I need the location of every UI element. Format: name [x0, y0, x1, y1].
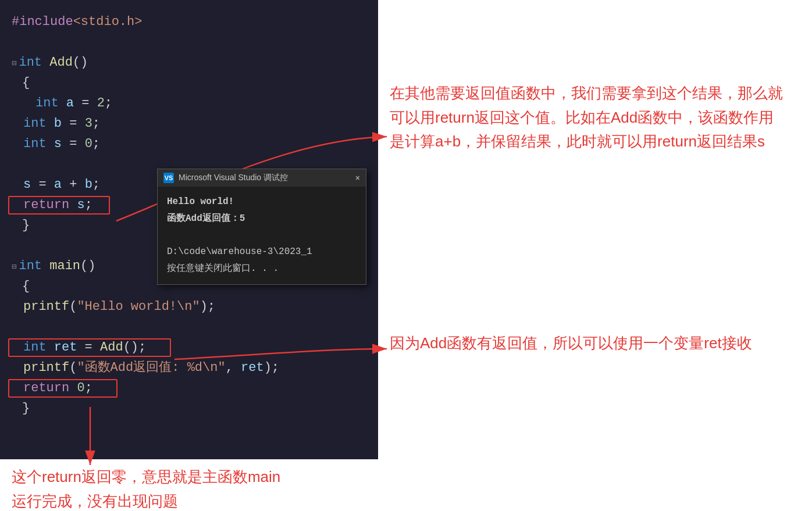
annotation-return-value: 在其他需要返回值函数中，我们需要拿到这个结果，那么就可以用return返回这个值…: [390, 81, 797, 154]
vs-dialog-body: Hello world! 函数Add返回值：5 D:\code\warehous…: [158, 187, 366, 284]
vs-icon: VS: [163, 173, 174, 183]
vs-debug-dialog: VS Microsoft Visual Studio 调试控 × Hello w…: [157, 169, 366, 285]
code-line-blank1: [0, 32, 378, 52]
collapse-icon-main[interactable]: ⊟: [12, 261, 16, 273]
annotation-ret-receive: 因为Add函数有返回值，所以可以使用一个变量ret接收: [390, 331, 797, 356]
kw-int-add: int: [19, 53, 42, 72]
code-line-return0: return 0;: [0, 378, 378, 398]
code-line-main-close: }: [0, 398, 378, 419]
code-line-ret-decl: int ret = Add();: [0, 337, 378, 358]
annotation-right-mid-text: 因为Add函数有返回值，所以可以使用一个变量ret接收: [390, 334, 752, 352]
vs-dialog-close-button[interactable]: ×: [355, 173, 360, 183]
vs-output-line-3: [167, 227, 357, 244]
code-line-add-open: {: [0, 73, 378, 93]
code-line-include: #include<stdio.h>: [0, 12, 378, 32]
vs-output-line-1: Hello world!: [167, 194, 357, 210]
code-line-printf2: printf("函数Add返回值: %d\n", ret);: [0, 358, 378, 378]
include-path: <stdio.h>: [73, 12, 143, 31]
code-line-decl-b: int b = 3;: [0, 113, 378, 134]
annotation-return-zero: 这个return返回零，意思就是主函数main运行完成，没有出现问题: [12, 465, 302, 511]
code-line-blank4: [0, 317, 378, 337]
code-line-add-sig: ⊟int Add(): [0, 52, 378, 73]
vs-output-line-2: 函数Add返回值：5: [167, 210, 357, 227]
keyword-include: #include: [12, 12, 73, 31]
vs-output-line-4: D:\code\warehouse-3\2023_1: [167, 244, 357, 260]
vs-dialog-titlebar: VS Microsoft Visual Studio 调试控 ×: [158, 169, 366, 187]
code-line-decl-a: int a = 2;: [0, 93, 378, 113]
code-line-decl-s: int s = 0;: [0, 134, 378, 154]
annotation-bottom-text: 这个return返回零，意思就是主函数main运行完成，没有出现问题: [12, 468, 280, 510]
code-line-printf1: printf("Hello world!\n");: [0, 296, 378, 317]
vs-output-line-5: 按任意键关闭此窗口. . .: [167, 260, 357, 277]
fn-add: Add: [49, 53, 73, 72]
vs-dialog-title-text: Microsoft Visual Studio 调试控: [179, 173, 288, 183]
collapse-icon-add[interactable]: ⊟: [12, 58, 16, 70]
annotation-right-top-text: 在其他需要返回值函数中，我们需要拿到这个结果，那么就可以用return返回这个值…: [390, 84, 783, 150]
vs-dialog-title-left: VS Microsoft Visual Studio 调试控: [163, 173, 288, 183]
